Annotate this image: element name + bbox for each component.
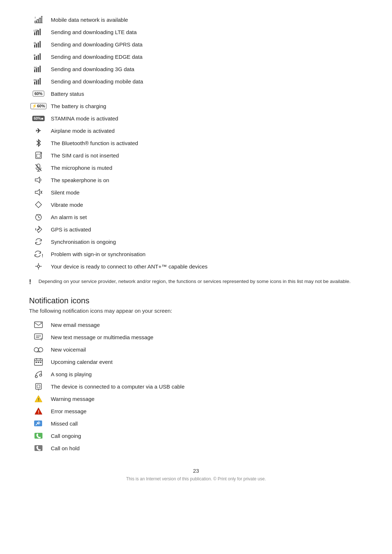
svg-rect-2 — [39, 18, 41, 23]
list-item: 60%■ STAMINA mode is activated — [29, 113, 363, 123]
list-item: Call on hold — [29, 443, 363, 453]
svg-text:G: G — [34, 41, 36, 45]
svg-rect-0 — [35, 21, 36, 23]
list-item: Vibrate mode — [29, 200, 363, 210]
mic-mute-desc: The microphone is muted — [48, 165, 363, 171]
svg-text:↗: ↗ — [35, 421, 39, 427]
svg-rect-27 — [36, 81, 37, 85]
svg-rect-23 — [38, 67, 39, 72]
list-item: 3G Sending and downloading 3G data — [29, 64, 363, 74]
list-item: ! Error message — [29, 406, 363, 416]
svg-text:i: i — [35, 16, 36, 19]
svg-rect-7 — [36, 31, 37, 35]
svg-marker-39 — [35, 177, 40, 183]
bluetooth-desc: The Bluetooth® function is activated — [48, 140, 363, 146]
list-item: New voicemail — [29, 344, 363, 354]
sim-icon: ✕ — [29, 151, 48, 159]
calendar-icon — [29, 358, 48, 366]
list-item: ! Warning message — [29, 394, 363, 404]
3g-desc: Sending and downloading 3G data — [48, 66, 363, 72]
svg-rect-18 — [38, 55, 39, 60]
edge-icon: E — [29, 53, 48, 60]
battery-charging-box: ⚡60% — [30, 103, 46, 109]
list-item: H+ Sending and downloading mobile data — [29, 76, 363, 86]
svg-text:✈: ✈ — [36, 127, 41, 135]
list-item: Synchronisation is ongoing — [29, 237, 363, 247]
list-item: ✕ The SIM card is not inserted — [29, 150, 363, 160]
ant-icon — [29, 262, 48, 270]
usb-desc: The device is connected to a computer vi… — [48, 383, 363, 390]
svg-rect-3 — [41, 16, 42, 23]
error-red-desc: Error message — [48, 408, 363, 414]
svg-rect-21 — [34, 69, 35, 72]
notification-section-intro: The following notification icons may app… — [29, 308, 363, 314]
svg-rect-16 — [34, 57, 35, 60]
notification-section-title: Notification icons — [29, 296, 363, 305]
sms-icon: ! — [29, 333, 48, 341]
voicemail-icon — [29, 346, 48, 353]
svg-point-51 — [37, 265, 40, 267]
svg-text:!: ! — [38, 397, 40, 402]
gprs-desc: Sending and downloading GPRS data — [48, 41, 363, 48]
music-desc: A song is playing — [48, 371, 363, 377]
sync-icon — [29, 238, 48, 246]
list-item: The device is connected to a computer vi… — [29, 381, 363, 391]
svg-point-65 — [34, 348, 38, 352]
list-item: 60% Battery status — [29, 89, 363, 99]
warning-yellow-desc: Warning message — [48, 396, 363, 402]
list-item: An alarm is set — [29, 212, 363, 222]
usb-icon — [29, 382, 48, 390]
vibrate-desc: Vibrate mode — [48, 202, 363, 208]
svg-text:✕: ✕ — [40, 151, 42, 155]
battery-desc: Battery status — [48, 91, 363, 97]
list-item: Call ongoing — [29, 431, 363, 441]
silent-desc: Silent mode — [48, 189, 363, 196]
list-item: Your device is ready to connect to other… — [29, 261, 363, 271]
battery-charging-desc: The battery is charging — [48, 103, 363, 109]
call-hold-desc: Call on hold — [48, 445, 363, 451]
svg-rect-19 — [40, 53, 41, 60]
alarm-icon — [29, 213, 48, 221]
sync-desc: Synchronisation is ongoing — [48, 239, 363, 245]
stamina-box: 60%■ — [32, 116, 45, 121]
call-hold-icon — [29, 444, 48, 452]
list-item: New email message — [29, 320, 363, 330]
mic-mute-icon — [29, 163, 48, 172]
list-item: Silent mode — [29, 187, 363, 197]
status-icon-list: i Mobile data network is available LTE S… — [29, 15, 363, 271]
stamina-icon: 60%■ — [29, 116, 48, 121]
list-item: Upcoming calendar event — [29, 357, 363, 367]
sim-desc: The SIM card is not inserted — [48, 152, 363, 159]
ant-desc: Your device is ready to connect to other… — [48, 263, 363, 270]
voicemail-desc: New voicemail — [48, 346, 363, 353]
list-item: E Sending and downloading EDGE data — [29, 52, 363, 62]
svg-rect-78 — [37, 385, 40, 388]
airplane-desc: Airplane mode is activated — [48, 128, 363, 134]
mobile-data-icon: i — [29, 16, 48, 23]
note-block: ! Depending on your service provider, ne… — [29, 278, 363, 286]
svg-rect-12 — [36, 44, 37, 48]
call-ongoing-icon — [29, 432, 48, 440]
list-item: ↗ Missed call — [29, 418, 363, 428]
warning-yellow-icon: ! — [29, 395, 48, 403]
list-item: GPS is activated — [29, 224, 363, 234]
email-icon — [29, 321, 48, 328]
gprs-icon: G — [29, 41, 48, 48]
svg-text:!: ! — [38, 410, 40, 415]
lte-desc: Sending and downloading LTE data — [48, 29, 363, 35]
list-item: ! Problem with sign-in or synchronisatio… — [29, 249, 363, 259]
speakerphone-icon — [29, 176, 48, 184]
list-item: G Sending and downloading GPRS data — [29, 39, 363, 49]
svg-rect-72 — [36, 362, 37, 363]
svg-rect-11 — [34, 45, 35, 48]
svg-rect-43 — [36, 202, 42, 208]
vibrate-icon — [29, 201, 48, 209]
svg-rect-17 — [36, 56, 37, 60]
silent-icon — [29, 188, 48, 196]
edge-desc: Sending and downloading EDGE data — [48, 54, 363, 60]
svg-line-57 — [34, 323, 38, 325]
svg-rect-74 — [40, 362, 41, 363]
svg-rect-22 — [36, 68, 37, 72]
mobile-data-send-desc: Sending and downloading mobile data — [48, 78, 363, 85]
music-icon — [29, 370, 48, 378]
